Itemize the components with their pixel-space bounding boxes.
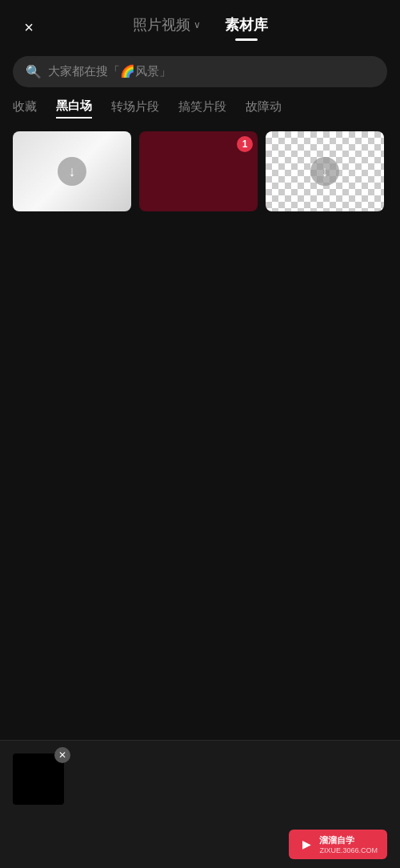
header-tabs: 照片视频 ∨ 素材库 (42, 15, 358, 39)
app-header: × 照片视频 ∨ 素材库 (0, 0, 400, 48)
category-tab-glitch[interactable]: 故障动 (246, 99, 282, 118)
download-button-3[interactable]: ↓ (310, 157, 339, 186)
media-card-white[interactable]: ↓ (13, 131, 131, 211)
category-tab-transitions[interactable]: 转场片段 (111, 99, 159, 118)
watermark-text: 溜溜自学 ZIXUE.3066.COM (319, 834, 378, 854)
media-card-transparent[interactable]: ↓ (266, 131, 384, 211)
bottom-action-bar: ▶ 溜溜自学 ZIXUE.3066.COM (0, 820, 400, 868)
download-icon-3: ↓ (322, 163, 329, 180)
category-tabs: 收藏 黑白场 转场片段 搞笑片段 故障动 (0, 98, 400, 119)
watermark-badge[interactable]: ▶ 溜溜自学 ZIXUE.3066.COM (289, 830, 387, 859)
timeline-area: ✕ (0, 741, 400, 813)
category-tab-favorites[interactable]: 收藏 (13, 99, 37, 118)
close-icon: ✕ (58, 749, 66, 761)
close-button[interactable]: × (16, 14, 42, 40)
watermark-en: ZIXUE.3066.COM (319, 846, 378, 854)
download-button-1[interactable]: ↓ (58, 157, 86, 186)
search-container: 🔍 大家都在搜「🌈风景」 (0, 48, 400, 98)
play-icon: ▶ (298, 836, 314, 852)
card-badge-1: 1 (237, 136, 253, 152)
category-tab-funny[interactable]: 搞笑片段 (178, 99, 226, 118)
tab-photos-videos[interactable]: 照片视频 ∨ (133, 15, 201, 39)
bottom-panel: ✕ ▶ 溜溜自学 ZIXUE.3066.COM (0, 740, 400, 868)
search-placeholder: 大家都在搜「🌈风景」 (48, 64, 171, 79)
chevron-down-icon: ∨ (194, 19, 201, 30)
media-card-darkred[interactable]: 1 (139, 131, 258, 211)
media-grid: ↓ 1 ↓ (0, 131, 400, 211)
category-tab-blackwhite[interactable]: 黑白场 (56, 98, 92, 119)
watermark-cn: 溜溜自学 (319, 834, 378, 846)
download-icon-1: ↓ (69, 163, 76, 180)
search-icon: 🔍 (26, 64, 42, 79)
timeline-thumbnail: ✕ (13, 753, 64, 805)
search-bar[interactable]: 🔍 大家都在搜「🌈风景」 (13, 56, 387, 87)
close-icon: × (24, 18, 34, 37)
remove-clip-button[interactable]: ✕ (54, 747, 70, 763)
tab-photos-label: 照片视频 (133, 15, 190, 34)
tab-library-label: 素材库 (225, 15, 268, 34)
tab-library[interactable]: 素材库 (225, 15, 268, 39)
